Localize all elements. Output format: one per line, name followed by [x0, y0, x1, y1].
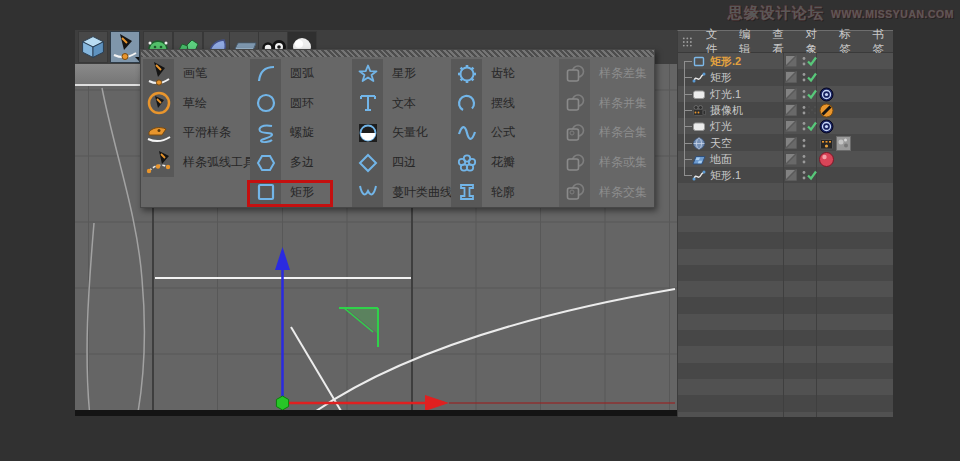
text-icon: [352, 89, 383, 119]
texture-tag-icon[interactable]: [836, 136, 851, 151]
om-menu-edit[interactable]: 编辑: [739, 27, 759, 57]
menu-item-quad[interactable]: 四边: [352, 148, 449, 178]
compositing-tag-icon[interactable]: [819, 136, 834, 151]
x-axis[interactable]: [283, 395, 676, 411]
object-row-floor[interactable]: 地面: [678, 151, 893, 167]
enabled-check-icon[interactable]: [806, 71, 818, 83]
spline-pen-button[interactable]: [110, 31, 140, 63]
menu-item-circle[interactable]: 圆环: [250, 89, 350, 119]
layer-toggle-icon[interactable]: [785, 169, 797, 181]
menu-item-label: 摆线: [482, 95, 515, 112]
material-tag-icon[interactable]: [819, 152, 834, 167]
object-name[interactable]: 摄像机: [710, 102, 743, 118]
layer-toggle-icon[interactable]: [785, 137, 797, 149]
menu-item-profile[interactable]: 轮廓: [451, 177, 557, 207]
target-tag-icon[interactable]: [819, 119, 834, 134]
visibility-dots-icon[interactable]: [801, 138, 807, 149]
object-row-sky[interactable]: 天空: [678, 135, 893, 151]
layer-toggle-icon[interactable]: [785, 71, 797, 83]
menu-item-vectorize[interactable]: 矢量化: [352, 118, 449, 148]
panel-grip-icon[interactable]: [682, 36, 693, 48]
protection-tag-icon[interactable]: [819, 103, 834, 118]
object-name[interactable]: 矩形.1: [710, 167, 741, 183]
camera-icon: [692, 104, 706, 117]
menu-item-label: 蔓叶类曲线: [383, 184, 452, 201]
circle-icon: [250, 89, 281, 119]
layer-toggle-icon[interactable]: [785, 120, 797, 132]
om-menu-view[interactable]: 查看: [772, 27, 792, 57]
watermark-site-name: 思缘设计论坛: [728, 4, 824, 23]
layer-toggle-icon[interactable]: [785, 55, 797, 67]
menu-column-pen-tools: 画笔 草绘 平滑样条 样条弧线工具: [143, 59, 249, 177]
object-name[interactable]: 灯光: [710, 118, 732, 134]
enabled-check-icon[interactable]: [806, 169, 818, 181]
menu-item-gear[interactable]: 齿轮: [451, 59, 557, 89]
enabled-check-icon[interactable]: [806, 88, 818, 100]
om-menu-tags[interactable]: 标签: [839, 27, 859, 57]
enabled-check-icon[interactable]: [806, 120, 818, 132]
menu-item-spline-difference: 样条差集: [559, 59, 654, 89]
object-name[interactable]: 地面: [710, 151, 732, 167]
menu-item-label: 平滑样条: [174, 124, 231, 141]
menu-item-spline-union: 样条并集: [559, 89, 654, 119]
object-row-rectangle2[interactable]: 矩形.2: [678, 53, 893, 69]
menu-item-spline-arc-tool[interactable]: 样条弧线工具: [143, 148, 249, 178]
spline-segments: [155, 278, 675, 412]
origin-handle[interactable]: [276, 396, 288, 410]
spline-pen-icon: [111, 33, 139, 61]
menu-item-helix[interactable]: 螺旋: [250, 118, 350, 148]
object-name[interactable]: 灯光.1: [710, 86, 741, 102]
menu-item-formula[interactable]: 公式: [451, 118, 557, 148]
object-list: 矩形.2 矩形 灯光.1: [678, 53, 893, 417]
layer-toggle-icon[interactable]: [785, 104, 797, 116]
object-name[interactable]: 矩形: [710, 69, 732, 85]
vectorize-icon: [352, 118, 383, 148]
highlight-box: [247, 180, 333, 207]
visibility-dots-icon[interactable]: [801, 154, 807, 165]
add-cube-button[interactable]: [78, 31, 108, 63]
light-icon: [692, 120, 706, 133]
object-name[interactable]: 矩形.2: [710, 53, 741, 69]
viewport-bottom-border: [75, 410, 677, 416]
menu-item-label: 样条或集: [590, 154, 647, 171]
object-row-rectangle[interactable]: 矩形: [678, 69, 893, 85]
object-manager-panel: 文件 编辑 查看 对象 标签 书签 矩形.2 矩形: [677, 30, 893, 417]
y-axis[interactable]: [275, 247, 290, 403]
om-menu-bookmarks[interactable]: 书签: [873, 27, 893, 57]
menu-item-polygon[interactable]: 多边: [250, 148, 350, 178]
quad-icon: [352, 148, 383, 178]
menu-item-sketch[interactable]: 草绘: [143, 89, 249, 119]
menu-item-smooth-spline[interactable]: 平滑样条: [143, 118, 249, 148]
target-tag-icon[interactable]: [819, 87, 834, 102]
menu-item-label: 齿轮: [482, 65, 515, 82]
menu-item-text[interactable]: 文本: [352, 89, 449, 119]
object-row-camera[interactable]: 摄像机: [678, 102, 893, 118]
layer-toggle-icon[interactable]: [785, 88, 797, 100]
menu-item-arc[interactable]: 圆弧: [250, 59, 350, 89]
menu-tearoff-strip[interactable]: [141, 50, 654, 57]
om-menu-file[interactable]: 文件: [706, 27, 726, 57]
object-row-rectangle1[interactable]: 矩形.1: [678, 167, 893, 183]
spline-boolean-icon: [559, 148, 590, 178]
layer-toggle-icon[interactable]: [785, 153, 797, 165]
om-menu-objects[interactable]: 对象: [806, 27, 826, 57]
menu-item-label: 样条交集: [590, 184, 647, 201]
star-icon: [352, 59, 383, 89]
rectangle-spline-icon: [692, 55, 706, 68]
menu-item-cycloid[interactable]: 摆线: [451, 89, 557, 119]
menu-item-flower[interactable]: 花瓣: [451, 148, 557, 178]
flower-icon: [451, 148, 482, 178]
menu-item-label: 圆环: [281, 95, 314, 112]
enabled-check-icon[interactable]: [806, 55, 818, 67]
dotted-state-icon[interactable]: [806, 104, 818, 116]
object-name[interactable]: 天空: [710, 135, 732, 151]
menu-item-cissoid[interactable]: 蔓叶类曲线: [352, 177, 449, 207]
menu-item-spline-intersect: 样条交集: [559, 177, 654, 207]
object-row-light1[interactable]: 灯光.1: [678, 86, 893, 102]
object-row-light[interactable]: 灯光: [678, 118, 893, 134]
draw-pen-icon: [143, 59, 174, 89]
menu-item-draw-pen[interactable]: 画笔: [143, 59, 249, 89]
menu-item-star[interactable]: 星形: [352, 59, 449, 89]
cissoid-icon: [352, 177, 383, 207]
viewport-menubar[interactable]: [75, 64, 140, 86]
